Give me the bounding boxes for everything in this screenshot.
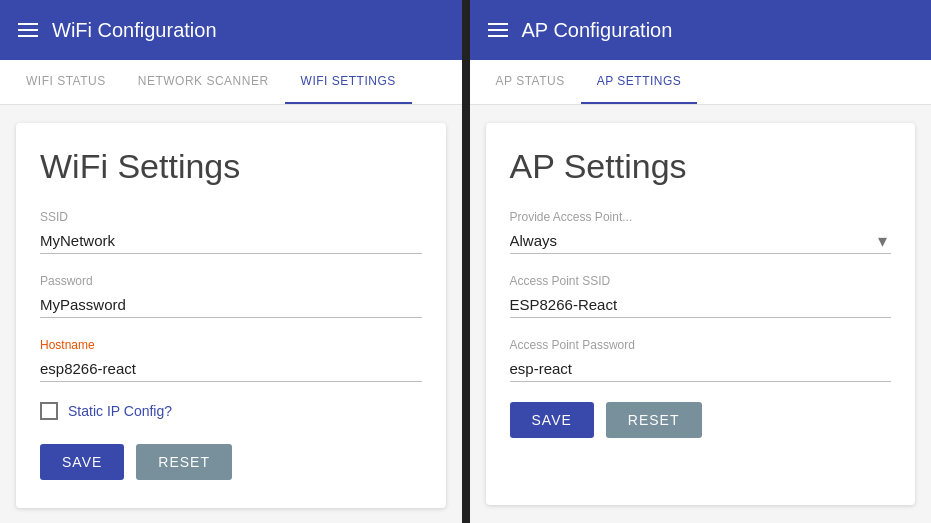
tab-network-scanner[interactable]: NETWORK SCANNER bbox=[122, 60, 285, 104]
ap-tabs: AP STATUS AP SETTINGS bbox=[470, 60, 932, 105]
ap-button-row: SAVE RESET bbox=[510, 402, 892, 438]
hamburger-menu-icon[interactable] bbox=[18, 23, 38, 37]
wifi-tabs: WIFI STATUS NETWORK SCANNER WIFI SETTING… bbox=[0, 60, 462, 105]
tab-wifi-settings[interactable]: WIFI SETTINGS bbox=[285, 60, 412, 104]
ap-password-field-group: Access Point Password bbox=[510, 338, 892, 382]
panel-divider bbox=[462, 0, 470, 523]
ap-panel-content: AP STATUS AP SETTINGS AP Settings Provid… bbox=[470, 60, 932, 523]
wifi-reset-button[interactable]: RESET bbox=[136, 444, 232, 480]
ap-settings-title: AP Settings bbox=[510, 147, 892, 186]
provide-ap-select[interactable]: Always When WiFi Disconnected Never bbox=[510, 228, 892, 253]
provide-ap-field-group: Provide Access Point... Always When WiFi… bbox=[510, 210, 892, 254]
tab-ap-settings[interactable]: AP SETTINGS bbox=[581, 60, 698, 104]
hostname-field-group: Hostname bbox=[40, 338, 422, 382]
wifi-settings-card: WiFi Settings SSID Password Hostname Sta… bbox=[16, 123, 446, 508]
ssid-label: SSID bbox=[40, 210, 422, 224]
provide-ap-label: Provide Access Point... bbox=[510, 210, 892, 224]
ssid-field-group: SSID bbox=[40, 210, 422, 254]
wifi-settings-title: WiFi Settings bbox=[40, 147, 422, 186]
ap-hamburger-menu-icon[interactable] bbox=[488, 23, 508, 37]
static-ip-checkbox[interactable] bbox=[40, 402, 58, 420]
wifi-panel-title: WiFi Configuration bbox=[52, 19, 217, 42]
password-input[interactable] bbox=[40, 292, 422, 318]
ap-ssid-field-group: Access Point SSID bbox=[510, 274, 892, 318]
ap-panel: AP Configuration AP STATUS AP SETTINGS A… bbox=[470, 0, 932, 523]
ap-password-label: Access Point Password bbox=[510, 338, 892, 352]
wifi-panel: WiFi Configuration WIFI STATUS NETWORK S… bbox=[0, 0, 462, 523]
ap-ssid-label: Access Point SSID bbox=[510, 274, 892, 288]
hostname-input[interactable] bbox=[40, 356, 422, 382]
ap-save-button[interactable]: SAVE bbox=[510, 402, 594, 438]
ap-panel-title: AP Configuration bbox=[522, 19, 673, 42]
ap-header: AP Configuration bbox=[470, 0, 932, 60]
wifi-save-button[interactable]: SAVE bbox=[40, 444, 124, 480]
tab-ap-status[interactable]: AP STATUS bbox=[480, 60, 581, 104]
static-ip-row: Static IP Config? bbox=[40, 402, 422, 420]
ap-reset-button[interactable]: RESET bbox=[606, 402, 702, 438]
wifi-button-row: SAVE RESET bbox=[40, 444, 422, 480]
wifi-panel-content: WIFI STATUS NETWORK SCANNER WIFI SETTING… bbox=[0, 60, 462, 523]
ssid-input[interactable] bbox=[40, 228, 422, 254]
ap-password-input[interactable] bbox=[510, 356, 892, 382]
hostname-label: Hostname bbox=[40, 338, 422, 352]
ap-settings-card: AP Settings Provide Access Point... Alwa… bbox=[486, 123, 916, 505]
tab-wifi-status[interactable]: WIFI STATUS bbox=[10, 60, 122, 104]
wifi-header: WiFi Configuration bbox=[0, 0, 462, 60]
static-ip-label[interactable]: Static IP Config? bbox=[68, 403, 172, 419]
password-label: Password bbox=[40, 274, 422, 288]
password-field-group: Password bbox=[40, 274, 422, 318]
ap-ssid-input[interactable] bbox=[510, 292, 892, 318]
provide-ap-select-wrapper: Always When WiFi Disconnected Never ▾ bbox=[510, 228, 892, 254]
